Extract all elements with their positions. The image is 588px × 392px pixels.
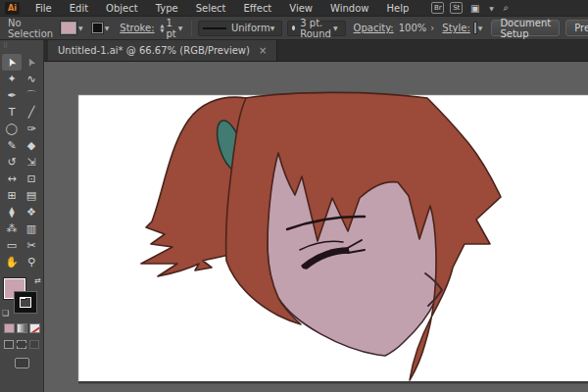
chevron-down-icon[interactable]: ▼ (178, 24, 183, 31)
chevron-down-icon: ▼ (333, 24, 338, 31)
free-transform-tool[interactable]: ⊡ (22, 171, 41, 187)
menu-bar: Ai FileEditObjectTypeSelectEffectViewWin… (0, 0, 588, 17)
menubar-app-icons: BrSt▣▼⌕ (431, 2, 513, 14)
gradient-button[interactable] (17, 323, 27, 333)
swap-fill-stroke-icon[interactable]: ⇄ (34, 276, 41, 285)
document-area: Untitled-1.ai* @ 66.67% (RGB/Preview) × (44, 40, 588, 392)
direct-selection-tool-icon: ➤ (24, 56, 39, 70)
stroke-swatch[interactable] (92, 23, 103, 33)
artboard-svg[interactable] (44, 62, 588, 392)
slice-tool[interactable]: ✂ (22, 237, 41, 254)
free-transform-tool-icon: ⊡ (26, 172, 35, 185)
bridge-icon[interactable]: Br (431, 2, 444, 14)
draw-behind-button[interactable] (17, 340, 26, 349)
artboard-shadow (78, 381, 588, 384)
profile-value: Uniform (231, 23, 270, 33)
menu-edit[interactable]: Edit (61, 0, 97, 17)
ellipse-tool-icon: ◯ (6, 122, 18, 135)
variable-width-profile-dropdown[interactable]: Uniform ▼ (198, 21, 282, 36)
blob-brush-tool[interactable]: ◆ (22, 137, 41, 154)
divider (191, 21, 192, 36)
lasso-tool[interactable]: ∿ (22, 71, 41, 87)
stroke-width-value[interactable]: 1 pt (166, 18, 175, 39)
pencil-tool[interactable]: ✎ (2, 137, 22, 154)
default-fill-stroke-icon[interactable]: ❏ (2, 309, 9, 318)
chevron-down-icon: ▼ (270, 24, 275, 31)
menu-help[interactable]: Help (377, 0, 417, 17)
stock-icon[interactable]: St (450, 2, 463, 14)
brush-preview (292, 25, 295, 30)
stroke-width-stepper[interactable]: ▲▼ (161, 24, 165, 33)
mesh-tool-icon: ⊞ (7, 189, 16, 202)
draw-inside-button[interactable] (29, 340, 39, 349)
opacity-panel-link[interactable]: Opacity: (354, 23, 394, 33)
line-segment-tool[interactable]: ╱ (22, 104, 41, 121)
hand-tool[interactable]: ✋ (2, 254, 22, 270)
pencil-tool-icon: ✎ (7, 139, 16, 152)
style-swatch[interactable] (474, 23, 476, 33)
menu-select[interactable]: Select (187, 0, 235, 17)
type-tool[interactable]: T (2, 104, 22, 121)
eyedropper-tool[interactable]: ⧫ (2, 204, 22, 220)
pen-tool[interactable]: ✒ (2, 87, 22, 104)
paintbrush-tool[interactable]: ✑ (22, 121, 41, 137)
document-setup-button[interactable]: Document Setup (491, 20, 560, 36)
menu-effect[interactable]: Effect (235, 0, 281, 17)
fill-stroke-indicator: ⇄ ❏ (2, 276, 41, 318)
brush-definition-dropdown[interactable]: 3 pt. Round ▼ (287, 21, 345, 36)
document-tab-bar: Untitled-1.ai* @ 66.67% (RGB/Preview) × (44, 40, 588, 62)
chevron-down-icon[interactable]: ▼ (78, 24, 83, 31)
rotate-tool[interactable]: ↺ (2, 154, 22, 171)
blend-tool[interactable]: ❖ (22, 204, 41, 220)
symbol-sprayer-tool-icon: ⁂ (7, 222, 18, 235)
artboard-tool[interactable]: ▭ (2, 237, 22, 254)
document-tab[interactable]: Untitled-1.ai* @ 66.67% (RGB/Preview) × (48, 40, 277, 61)
opacity-value[interactable]: 100% (399, 23, 427, 33)
symbol-sprayer-tool[interactable]: ⁂ (2, 220, 22, 237)
magic-wand-tool[interactable]: ✦ (2, 71, 22, 87)
artboard-tool-icon: ▭ (7, 239, 17, 252)
gradient-tool[interactable]: ▤ (22, 187, 41, 204)
chevron-down-icon: ▼ (489, 5, 494, 12)
tab-close-icon[interactable]: × (259, 45, 267, 56)
canvas-pasteboard[interactable] (44, 62, 588, 392)
zoom-tool[interactable]: ⚲ (22, 254, 41, 270)
stroke-color-control[interactable]: ▼ (92, 23, 113, 33)
width-tool-icon: ↔ (7, 172, 16, 185)
menu-object[interactable]: Object (97, 0, 147, 17)
panel-grip[interactable]: ⠿ (0, 40, 43, 54)
scale-tool[interactable]: ⇲ (22, 154, 41, 171)
style-panel-link[interactable]: Style: (442, 23, 470, 33)
chevron-right-icon[interactable]: › (430, 23, 434, 33)
width-tool[interactable]: ↔ (2, 171, 22, 187)
color-button[interactable] (4, 323, 15, 333)
selection-tool[interactable]: ➤ (2, 54, 22, 71)
document-tab-title: Untitled-1.ai* @ 66.67% (RGB/Preview) (58, 45, 250, 56)
workspace-switcher-icon[interactable]: ▣ (468, 2, 481, 14)
menu-window[interactable]: Window (321, 0, 377, 17)
chevron-down-icon[interactable]: ▼ (478, 24, 483, 31)
menu-file[interactable]: File (26, 0, 61, 17)
stroke-panel-link[interactable]: Stroke: (120, 23, 154, 33)
none-button[interactable] (29, 323, 40, 333)
hand-tool-icon: ✋ (5, 256, 19, 269)
screen-mode-button[interactable] (15, 358, 29, 368)
preferences-button[interactable]: Preferences (565, 20, 588, 36)
stroke-color-box[interactable] (15, 292, 36, 313)
mesh-tool[interactable]: ⊞ (2, 187, 22, 204)
menu-type[interactable]: Type (147, 0, 187, 17)
type-tool-icon: T (9, 106, 16, 119)
chevron-down-icon[interactable]: ▼ (105, 24, 110, 31)
direct-selection-tool[interactable]: ➤ (22, 54, 41, 71)
menu-items: FileEditObjectTypeSelectEffectViewWindow… (26, 0, 417, 17)
stroke-profile-preview (203, 27, 226, 29)
fill-swatch[interactable] (61, 22, 76, 34)
menu-view[interactable]: View (280, 0, 321, 17)
column-graph-tool[interactable]: ▥ (22, 220, 41, 237)
search-icon[interactable]: ⌕ (500, 2, 513, 14)
ellipse-tool[interactable]: ◯ (2, 121, 22, 137)
curvature-tool[interactable]: ⌒ (22, 87, 41, 104)
fill-color-control[interactable]: ▼ (61, 22, 86, 34)
draw-normal-button[interactable] (4, 340, 14, 349)
slice-tool-icon: ✂ (26, 239, 35, 252)
